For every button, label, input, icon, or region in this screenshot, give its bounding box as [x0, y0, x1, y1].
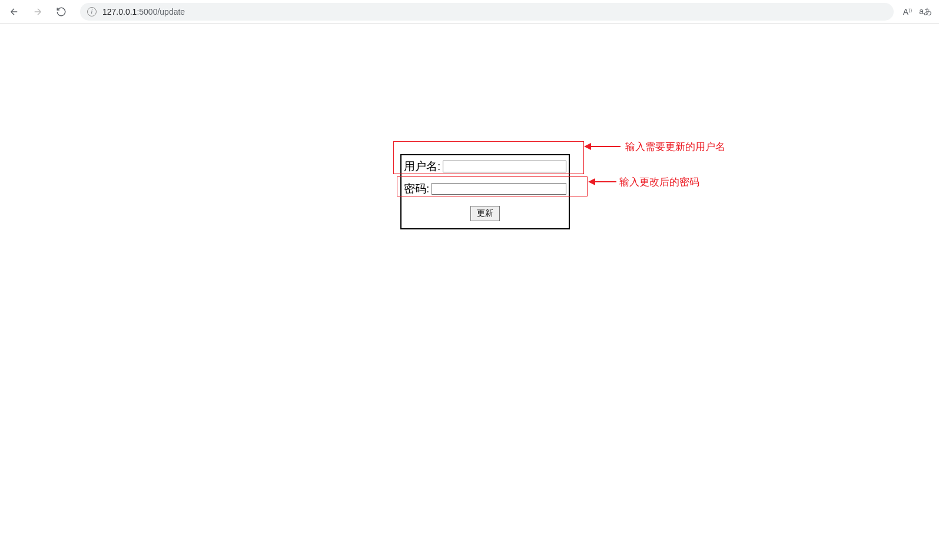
translate-icon[interactable]: aあ: [919, 6, 932, 17]
update-button[interactable]: 更新: [470, 206, 500, 221]
site-info-icon[interactable]: i: [87, 7, 97, 16]
button-row: 更新: [402, 200, 569, 228]
annotation-arrow-2: [588, 176, 616, 188]
page-content: 用户名: 密码: 更新 输入需要更新的用户名 输入更改后的密码: [0, 24, 939, 560]
svg-marker-1: [584, 143, 591, 150]
annotation-text-1: 输入需要更新的用户名: [625, 140, 725, 154]
toolbar-right: A⁾⁾ aあ: [903, 6, 934, 17]
forward-button[interactable]: [28, 2, 47, 21]
url-host: 127.0.0.1: [102, 7, 137, 16]
refresh-button[interactable]: [52, 2, 71, 21]
username-input[interactable]: [443, 161, 566, 172]
password-input[interactable]: [432, 183, 566, 195]
update-form: 用户名: 密码: 更新: [400, 154, 570, 229]
back-icon: [9, 6, 19, 17]
annotation-arrow-1: [584, 141, 621, 152]
svg-marker-3: [588, 178, 595, 185]
url-text: 127.0.0.1:5000/update: [102, 7, 185, 16]
back-button[interactable]: [5, 2, 24, 21]
read-aloud-icon[interactable]: A⁾⁾: [903, 7, 912, 16]
browser-toolbar: i 127.0.0.1:5000/update A⁾⁾ aあ: [0, 0, 939, 24]
url-path: :5000/update: [137, 7, 185, 16]
password-row: 密码:: [402, 178, 569, 200]
password-label: 密码:: [404, 181, 429, 196]
address-bar[interactable]: i 127.0.0.1:5000/update: [80, 3, 894, 21]
annotation-text-2: 输入更改后的密码: [619, 175, 699, 189]
refresh-icon: [56, 6, 67, 17]
username-label: 用户名:: [404, 159, 440, 174]
forward-icon: [32, 6, 43, 17]
username-row: 用户名:: [402, 155, 569, 178]
